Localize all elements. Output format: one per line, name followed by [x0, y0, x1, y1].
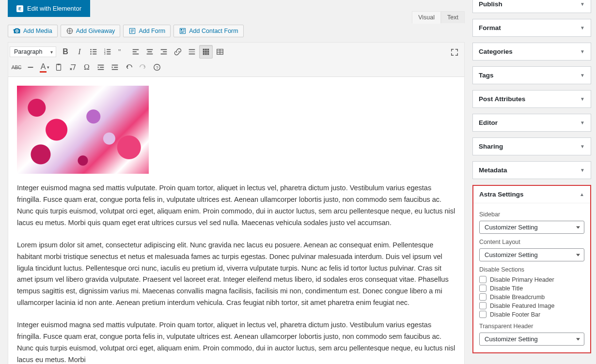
tags-box-title: Tags	[479, 72, 494, 79]
insert-more-button[interactable]	[185, 45, 199, 59]
disable-breadcrumb-checkbox[interactable]	[479, 293, 486, 301]
svg-rect-35	[189, 54, 195, 55]
chevron-down-icon: ▼	[580, 167, 585, 173]
editor-content[interactable]: Integer euismod magna sed mattis vulputa…	[8, 77, 464, 364]
svg-rect-39	[203, 51, 205, 53]
svg-rect-37	[205, 49, 207, 51]
chevron-down-icon: ▼	[580, 49, 585, 54]
add-media-button[interactable]: Add Media	[8, 25, 58, 37]
disable-footer-bar-label[interactable]: Disable Footer Bar	[490, 311, 540, 318]
add-giveaway-button[interactable]: Add Giveaway	[61, 25, 121, 37]
disable-footer-bar-checkbox[interactable]	[479, 311, 486, 318]
content-layout-select[interactable]: Customizer Setting	[479, 248, 584, 261]
svg-rect-51	[57, 64, 60, 65]
clear-formatting-button[interactable]	[66, 61, 79, 74]
publish-box-header[interactable]: Publish ▼	[473, 0, 591, 13]
contact-form-icon	[179, 27, 187, 35]
svg-rect-55	[112, 65, 118, 66]
svg-rect-29	[147, 54, 153, 55]
transparent-header-select[interactable]: Customizer Setting	[479, 333, 584, 346]
toolbar-toggle-button[interactable]	[199, 45, 213, 59]
elementor-icon: E	[16, 5, 23, 12]
post-attributes-box-title: Post Attributes	[479, 95, 525, 103]
outdent-button[interactable]	[94, 61, 108, 74]
svg-rect-28	[148, 51, 152, 52]
svg-rect-57	[112, 69, 118, 70]
chevron-down-icon: ▼	[580, 73, 585, 78]
disable-title-label[interactable]: Disable Title	[490, 285, 523, 292]
align-center-button[interactable]	[143, 45, 157, 59]
format-box-title: Format	[479, 24, 501, 31]
disable-primary-header-label[interactable]: Disable Primary Header	[490, 276, 554, 283]
strikethrough-button[interactable]: ABC	[10, 61, 23, 74]
align-left-button[interactable]	[129, 45, 142, 59]
svg-text:3: 3	[104, 52, 106, 55]
astra-settings-header[interactable]: Astra Settings ▲	[473, 186, 590, 203]
form-icon	[128, 27, 136, 35]
transparent-header-field-label: Transparent Header	[479, 323, 584, 330]
svg-rect-26	[133, 54, 139, 55]
disable-primary-header-checkbox[interactable]	[479, 276, 486, 283]
sharing-box-header[interactable]: Sharing ▼	[473, 138, 591, 155]
blockquote-button[interactable]: "	[115, 45, 128, 59]
link-button[interactable]	[171, 45, 185, 59]
tags-box-header[interactable]: Tags ▼	[473, 67, 591, 84]
add-contact-form-button[interactable]: Add Contact Form	[173, 25, 243, 37]
italic-button[interactable]: I	[73, 45, 86, 59]
editor-box-header[interactable]: Editor ▼	[473, 114, 591, 131]
align-right-button[interactable]	[157, 45, 171, 59]
content-image[interactable]	[17, 86, 149, 174]
sidebar-select[interactable]: Customizer Setting	[479, 221, 584, 234]
tab-visual[interactable]: Visual	[412, 11, 441, 24]
disable-breadcrumb-label[interactable]: Disable Breadcrumb	[490, 294, 545, 301]
disable-featured-image-label[interactable]: Disable Featured Image	[490, 303, 554, 309]
svg-rect-50	[57, 64, 61, 71]
svg-rect-31	[163, 51, 167, 52]
horizontal-rule-button[interactable]	[24, 61, 37, 74]
chevron-down-icon: ▼	[580, 96, 585, 102]
svg-rect-33	[189, 49, 195, 50]
special-character-button[interactable]: Ω	[80, 61, 94, 74]
svg-rect-41	[207, 51, 209, 53]
bullet-list-button[interactable]	[87, 45, 100, 59]
text-color-button[interactable]: A▾	[38, 61, 51, 74]
svg-point-15	[90, 53, 92, 55]
fullscreen-button[interactable]	[448, 46, 461, 59]
svg-rect-6	[181, 29, 182, 30]
bold-button[interactable]: B	[59, 45, 72, 59]
redo-button[interactable]	[136, 61, 150, 74]
number-list-button[interactable]: 123	[101, 45, 114, 59]
format-box-header[interactable]: Format ▼	[473, 19, 591, 36]
tab-text[interactable]: Text	[441, 11, 465, 23]
disable-featured-image-checkbox[interactable]	[479, 302, 486, 309]
table-button[interactable]	[213, 45, 227, 59]
metadata-box-header[interactable]: Metadata ▼	[473, 162, 591, 179]
edit-with-elementor-button[interactable]: E Edit with Elementor	[8, 0, 90, 17]
post-attributes-box-header[interactable]: Post Attributes ▼	[473, 91, 591, 107]
gift-icon	[66, 27, 74, 35]
astra-settings-title: Astra Settings	[479, 191, 524, 198]
undo-button[interactable]	[122, 61, 136, 74]
paste-text-button[interactable]	[52, 61, 65, 74]
paragraph-1: Integer euismod magna sed mattis vulputa…	[17, 182, 455, 229]
elementor-button-label: Edit with Elementor	[27, 5, 81, 12]
indent-button[interactable]	[108, 61, 122, 74]
help-button[interactable]: ?	[150, 61, 164, 74]
categories-box-header[interactable]: Categories ▼	[473, 43, 591, 60]
chevron-down-icon: ▼	[580, 1, 585, 7]
disable-title-checkbox[interactable]	[479, 285, 486, 292]
disable-sections-label: Disable Sections	[479, 266, 584, 273]
svg-rect-36	[203, 49, 205, 51]
sharing-box-title: Sharing	[479, 143, 503, 150]
svg-point-11	[90, 49, 92, 50]
metadata-box-title: Metadata	[479, 167, 507, 174]
content-layout-field-label: Content Layout	[479, 239, 584, 245]
add-form-button[interactable]: Add Form	[123, 25, 171, 37]
svg-rect-42	[203, 53, 205, 55]
editor-box-title: Editor	[479, 119, 498, 126]
svg-rect-20	[107, 51, 110, 52]
svg-rect-27	[147, 49, 153, 50]
svg-rect-49	[28, 67, 33, 68]
format-select[interactable]: Paragraph	[10, 46, 56, 57]
publish-box-title: Publish	[479, 0, 502, 8]
